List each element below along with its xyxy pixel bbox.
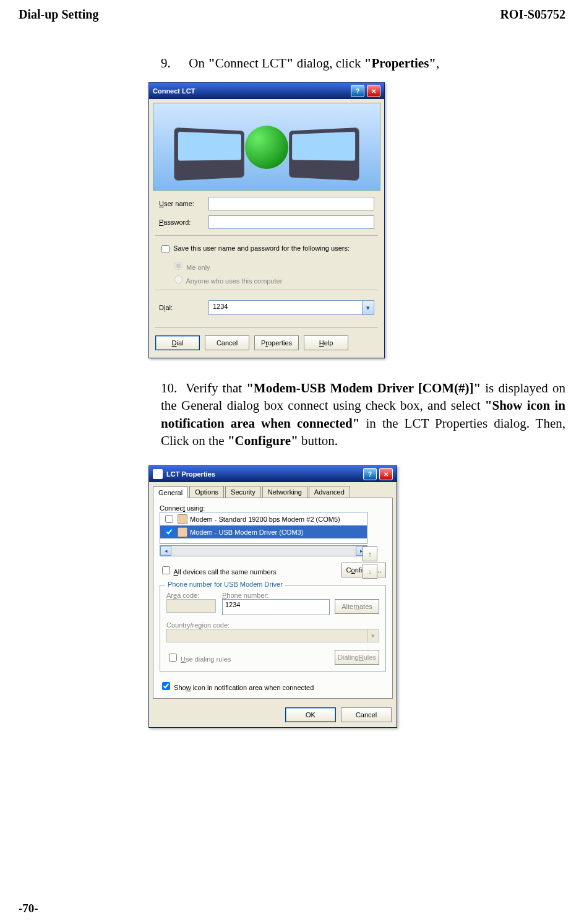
me-only-radio <box>174 262 182 270</box>
horizontal-scrollbar[interactable]: ◂ ▸ <box>160 545 367 556</box>
lct-properties-dialog: LCT Properties ? ✕ General Options Secur… <box>148 465 397 728</box>
me-only-label: Me only <box>186 264 210 271</box>
laptop-icon <box>174 127 244 181</box>
header-right: ROI-S05752 <box>500 7 565 22</box>
dial-label: Dial: <box>159 304 208 311</box>
save-credentials-label: Save this user name and password for the… <box>173 244 350 252</box>
tab-advanced[interactable]: Advanced <box>309 486 350 498</box>
connect-using-label: Connect using: <box>160 504 386 512</box>
move-down-button[interactable]: ↓ <box>363 564 377 579</box>
connect-lct-dialog: Connect LCT ? ✕ User name: Password: Sav… <box>148 82 385 358</box>
modem2-label: Modem - USB Modem Driver (COM3) <box>190 529 303 536</box>
chevron-down-icon: ▾ <box>367 629 379 642</box>
dial-button[interactable]: Dial <box>155 335 200 350</box>
password-input[interactable] <box>208 215 374 229</box>
close-icon[interactable]: ✕ <box>379 468 393 480</box>
tab-networking[interactable]: Networking <box>262 486 307 498</box>
username-label: User name: <box>159 200 208 207</box>
phone-number-input[interactable]: 1234 <box>222 599 330 615</box>
anyone-label: Anyone who uses this computer <box>186 277 282 285</box>
password-label: Password: <box>159 218 208 226</box>
country-label: Country/region code: <box>166 621 379 629</box>
tabs: General Options Security Networking Adva… <box>149 482 397 498</box>
use-dialing-rules-checkbox[interactable] <box>169 654 177 662</box>
cancel-button[interactable]: Cancel <box>341 707 392 722</box>
all-devices-label: All devices call the same numbers <box>173 568 276 576</box>
phone-number-label: Phone number: <box>222 592 379 599</box>
modem2-checkbox[interactable] <box>165 528 173 536</box>
help-button[interactable]: Help <box>304 335 348 350</box>
connect-lct-title: Connect LCT <box>153 87 348 95</box>
header-left: Dial-up Setting <box>19 7 98 22</box>
username-input[interactable] <box>208 197 374 210</box>
phone-number-group: Phone number for USB Modem Driver Area c… <box>160 585 386 671</box>
separator <box>155 290 378 290</box>
cancel-button[interactable]: Cancel <box>205 335 249 350</box>
show-icon-checkbox[interactable] <box>162 682 170 690</box>
group-title: Phone number for USB Modem Driver <box>165 581 285 588</box>
modem-icon <box>178 514 187 524</box>
app-icon <box>153 469 163 479</box>
list-item[interactable]: Modem - Standard 19200 bps Modem #2 (COM… <box>160 512 367 525</box>
move-up-button[interactable]: ↑ <box>363 546 377 561</box>
tab-security[interactable]: Security <box>225 486 261 498</box>
anyone-radio <box>174 275 182 283</box>
modem1-checkbox[interactable] <box>165 515 173 523</box>
list-item[interactable]: Modem - USB Modem Driver (COM3) <box>160 525 367 538</box>
area-code-label: Area code: <box>166 592 216 599</box>
separator <box>155 327 378 328</box>
area-code-input <box>166 599 216 613</box>
tab-general[interactable]: General <box>153 486 188 498</box>
laptop-icon <box>289 127 359 181</box>
step-10: 10. Verify that "Modem-USB Modem Driver … <box>161 379 565 449</box>
save-credentials-checkbox[interactable] <box>161 245 170 253</box>
connect-lct-titlebar: Connect LCT ? ✕ <box>149 83 384 99</box>
step-10-text: Verify that "Modem-USB Modem Driver [COM… <box>161 381 565 448</box>
connect-banner <box>153 103 380 191</box>
tab-options[interactable]: Options <box>189 486 224 498</box>
scroll-left-icon[interactable]: ◂ <box>160 546 171 556</box>
step-9-text: On "Connect LCT" dialog, click "Properti… <box>189 56 439 71</box>
chevron-down-icon[interactable]: ▾ <box>362 301 374 314</box>
ok-button[interactable]: OK <box>285 707 336 722</box>
show-icon-label: Show icon in notification area when conn… <box>174 684 314 691</box>
help-icon[interactable]: ? <box>351 85 364 97</box>
all-devices-checkbox[interactable] <box>162 566 170 574</box>
alternates-button[interactable]: Alternates <box>335 599 379 614</box>
modem-icon <box>178 527 187 537</box>
properties-button[interactable]: Properties <box>254 335 299 350</box>
use-dialing-rules-label: Use dialing rules <box>181 655 231 663</box>
separator <box>155 235 378 236</box>
close-icon[interactable]: ✕ <box>367 85 380 97</box>
step-9-num: 9. <box>161 56 186 71</box>
country-combo: ▾ <box>166 629 379 642</box>
modem-listbox[interactable]: Modem - Standard 19200 bps Modem #2 (COM… <box>160 512 367 544</box>
dial-value: 1234 <box>209 301 374 312</box>
lct-properties-titlebar: LCT Properties ? ✕ <box>149 466 397 482</box>
help-icon[interactable]: ? <box>363 468 377 480</box>
dial-combo[interactable]: 1234 ▾ <box>208 300 374 315</box>
step-10-num: 10. <box>161 379 186 397</box>
step-9: 9. On "Connect LCT" dialog, click "Prope… <box>161 56 565 71</box>
dialing-rules-button: Dialing Rules <box>335 650 379 665</box>
modem1-label: Modem - Standard 19200 bps Modem #2 (COM… <box>190 516 340 523</box>
lct-properties-title: LCT Properties <box>166 470 361 478</box>
globe-icon <box>245 126 288 169</box>
all-devices-row: All devices call the same numbers <box>160 564 277 576</box>
page-number: -70- <box>19 902 38 915</box>
